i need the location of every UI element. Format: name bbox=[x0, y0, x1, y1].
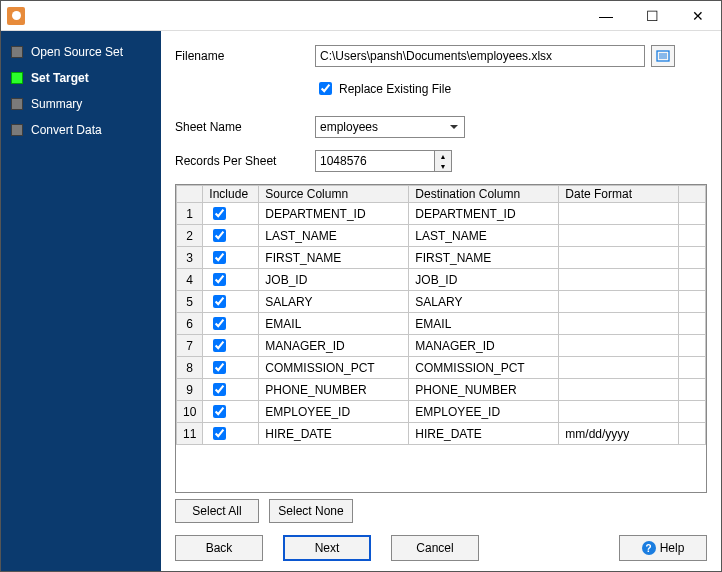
col-header-source[interactable]: Source Column bbox=[259, 186, 409, 203]
include-checkbox[interactable] bbox=[213, 317, 226, 330]
destination-column-cell[interactable]: FIRST_NAME bbox=[409, 247, 559, 269]
date-format-cell[interactable] bbox=[559, 269, 679, 291]
source-column-cell[interactable]: EMAIL bbox=[259, 313, 409, 335]
spinner-up-button[interactable]: ▲ bbox=[435, 151, 451, 161]
next-button[interactable]: Next bbox=[283, 535, 371, 561]
date-format-cell[interactable] bbox=[559, 379, 679, 401]
source-column-cell[interactable]: SALARY bbox=[259, 291, 409, 313]
source-column-cell[interactable]: EMPLOYEE_ID bbox=[259, 401, 409, 423]
replace-existing-checkbox[interactable] bbox=[319, 82, 332, 95]
include-checkbox[interactable] bbox=[213, 427, 226, 440]
date-format-cell[interactable] bbox=[559, 357, 679, 379]
row-number[interactable]: 2 bbox=[177, 225, 203, 247]
include-checkbox[interactable] bbox=[213, 295, 226, 308]
cancel-button[interactable]: Cancel bbox=[391, 535, 479, 561]
table-row[interactable]: 11HIRE_DATEHIRE_DATEmm/dd/yyyy bbox=[177, 423, 706, 445]
table-row[interactable]: 8COMMISSION_PCTCOMMISSION_PCT bbox=[177, 357, 706, 379]
col-header-include[interactable]: Include bbox=[203, 186, 259, 203]
table-row[interactable]: 4JOB_IDJOB_ID bbox=[177, 269, 706, 291]
sidebar-step-1[interactable]: Set Target bbox=[1, 65, 161, 91]
include-cell bbox=[203, 357, 259, 379]
browse-button[interactable] bbox=[651, 45, 675, 67]
sheet-name-select[interactable]: employees bbox=[315, 116, 465, 138]
columns-grid[interactable]: Include Source Column Destination Column… bbox=[175, 184, 707, 493]
destination-column-cell[interactable]: LAST_NAME bbox=[409, 225, 559, 247]
sheet-name-label: Sheet Name bbox=[175, 120, 315, 134]
filename-input[interactable] bbox=[315, 45, 645, 67]
source-column-cell[interactable]: COMMISSION_PCT bbox=[259, 357, 409, 379]
destination-column-cell[interactable]: DEPARTMENT_ID bbox=[409, 203, 559, 225]
close-button[interactable]: ✕ bbox=[675, 1, 721, 31]
include-checkbox[interactable] bbox=[213, 251, 226, 264]
date-format-cell[interactable]: mm/dd/yyyy bbox=[559, 423, 679, 445]
destination-column-cell[interactable]: JOB_ID bbox=[409, 269, 559, 291]
date-format-cell[interactable] bbox=[559, 291, 679, 313]
step-indicator-icon bbox=[11, 72, 23, 84]
table-row[interactable]: 1DEPARTMENT_IDDEPARTMENT_ID bbox=[177, 203, 706, 225]
include-checkbox[interactable] bbox=[213, 273, 226, 286]
minimize-button[interactable]: — bbox=[583, 1, 629, 31]
date-format-cell[interactable] bbox=[559, 313, 679, 335]
col-header-rownum[interactable] bbox=[177, 186, 203, 203]
include-checkbox[interactable] bbox=[213, 207, 226, 220]
col-header-dest[interactable]: Destination Column bbox=[409, 186, 559, 203]
destination-column-cell[interactable]: PHONE_NUMBER bbox=[409, 379, 559, 401]
help-button[interactable]: ? Help bbox=[619, 535, 707, 561]
row-number[interactable]: 6 bbox=[177, 313, 203, 335]
row-number[interactable]: 9 bbox=[177, 379, 203, 401]
row-number[interactable]: 7 bbox=[177, 335, 203, 357]
source-column-cell[interactable]: FIRST_NAME bbox=[259, 247, 409, 269]
date-format-cell[interactable] bbox=[559, 203, 679, 225]
row-number[interactable]: 8 bbox=[177, 357, 203, 379]
records-per-sheet-spinner[interactable]: ▲ ▼ bbox=[315, 150, 452, 172]
spacer-cell bbox=[679, 291, 706, 313]
row-number[interactable]: 1 bbox=[177, 203, 203, 225]
spinner-down-button[interactable]: ▼ bbox=[435, 161, 451, 171]
source-column-cell[interactable]: PHONE_NUMBER bbox=[259, 379, 409, 401]
row-number[interactable]: 5 bbox=[177, 291, 203, 313]
destination-column-cell[interactable]: EMAIL bbox=[409, 313, 559, 335]
sidebar-step-3[interactable]: Convert Data bbox=[1, 117, 161, 143]
back-button[interactable]: Back bbox=[175, 535, 263, 561]
spacer-cell bbox=[679, 401, 706, 423]
records-per-sheet-input[interactable] bbox=[315, 150, 435, 172]
include-checkbox[interactable] bbox=[213, 339, 226, 352]
select-all-button[interactable]: Select All bbox=[175, 499, 259, 523]
row-number[interactable]: 3 bbox=[177, 247, 203, 269]
table-row[interactable]: 7MANAGER_IDMANAGER_ID bbox=[177, 335, 706, 357]
replace-existing-label[interactable]: Replace Existing File bbox=[339, 82, 451, 96]
date-format-cell[interactable] bbox=[559, 225, 679, 247]
row-number[interactable]: 11 bbox=[177, 423, 203, 445]
date-format-cell[interactable] bbox=[559, 401, 679, 423]
date-format-cell[interactable] bbox=[559, 247, 679, 269]
sidebar-step-0[interactable]: Open Source Set bbox=[1, 39, 161, 65]
table-row[interactable]: 9PHONE_NUMBERPHONE_NUMBER bbox=[177, 379, 706, 401]
date-format-cell[interactable] bbox=[559, 335, 679, 357]
destination-column-cell[interactable]: HIRE_DATE bbox=[409, 423, 559, 445]
source-column-cell[interactable]: MANAGER_ID bbox=[259, 335, 409, 357]
source-column-cell[interactable]: DEPARTMENT_ID bbox=[259, 203, 409, 225]
table-row[interactable]: 5SALARYSALARY bbox=[177, 291, 706, 313]
step-indicator-icon bbox=[11, 98, 23, 110]
source-column-cell[interactable]: LAST_NAME bbox=[259, 225, 409, 247]
select-none-button[interactable]: Select None bbox=[269, 499, 353, 523]
sidebar-step-2[interactable]: Summary bbox=[1, 91, 161, 117]
destination-column-cell[interactable]: SALARY bbox=[409, 291, 559, 313]
maximize-button[interactable]: ☐ bbox=[629, 1, 675, 31]
table-row[interactable]: 10EMPLOYEE_IDEMPLOYEE_ID bbox=[177, 401, 706, 423]
source-column-cell[interactable]: JOB_ID bbox=[259, 269, 409, 291]
col-header-format[interactable]: Date Format bbox=[559, 186, 679, 203]
destination-column-cell[interactable]: MANAGER_ID bbox=[409, 335, 559, 357]
destination-column-cell[interactable]: COMMISSION_PCT bbox=[409, 357, 559, 379]
row-number[interactable]: 4 bbox=[177, 269, 203, 291]
source-column-cell[interactable]: HIRE_DATE bbox=[259, 423, 409, 445]
include-checkbox[interactable] bbox=[213, 405, 226, 418]
destination-column-cell[interactable]: EMPLOYEE_ID bbox=[409, 401, 559, 423]
table-row[interactable]: 2LAST_NAMELAST_NAME bbox=[177, 225, 706, 247]
include-checkbox[interactable] bbox=[213, 383, 226, 396]
table-row[interactable]: 6EMAILEMAIL bbox=[177, 313, 706, 335]
table-row[interactable]: 3FIRST_NAMEFIRST_NAME bbox=[177, 247, 706, 269]
include-checkbox[interactable] bbox=[213, 229, 226, 242]
row-number[interactable]: 10 bbox=[177, 401, 203, 423]
include-checkbox[interactable] bbox=[213, 361, 226, 374]
